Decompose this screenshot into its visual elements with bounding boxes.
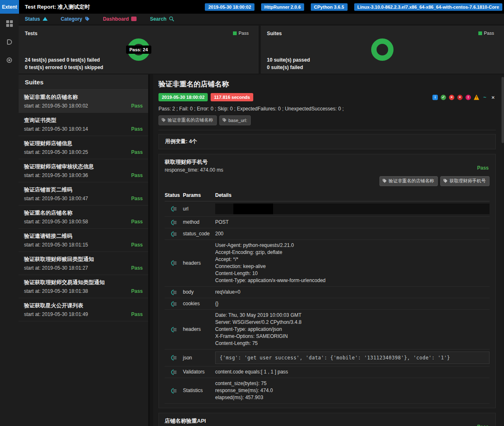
test-tags: 验证非重名的店铺名称 base_url: (158, 115, 496, 125)
step-response-time: response_time: 474.00 ms (165, 167, 490, 173)
table-row: Validators content.code equals:[ 1 , 1 ]… (165, 366, 490, 378)
tag-icon (85, 17, 90, 22)
topbar-badges: 2019-05-30 18:00:02 HttpRunner 2.0.6 CPy… (205, 3, 504, 11)
step-name[interactable]: 获取理财师手机号 (165, 158, 490, 166)
param-details: Date: Thu, 30 May 2019 10:00:03 GMTServe… (215, 312, 490, 347)
search-icon (169, 16, 174, 22)
detail-text: content_size(bytes): 75 (215, 380, 490, 387)
log-status-cell (165, 301, 183, 307)
report-datetime-badge: 2019-05-30 18:00:02 (205, 3, 254, 11)
suite-status-badge: Pass (131, 172, 143, 178)
detail-text: {} (215, 300, 490, 307)
close-icon[interactable]: × (490, 95, 496, 100)
tag-icon (161, 118, 166, 122)
nav-category[interactable]: Category (61, 16, 90, 22)
case-variables-box: 用例变量: 4个 (158, 134, 496, 149)
suite-start-time: start at: 2019-05-30 18:00:36 (24, 172, 88, 178)
step-status-badge: Pass (477, 424, 489, 426)
suite-list-item[interactable]: 验证获取星火公开课列表 start at: 2019-05-30 18:01:4… (19, 298, 148, 321)
log-status-cell (165, 231, 183, 237)
fail-filter-icon[interactable]: × (449, 95, 454, 100)
suite-name: 验证理财师店铺信息 (24, 140, 143, 147)
tag-chip[interactable]: 验证非重名的店铺名称 (379, 176, 438, 186)
suite-status-badge: Pass (131, 219, 143, 225)
table-row: body reqValue=0 (165, 287, 490, 298)
param-name: cookies (183, 300, 215, 307)
suite-start-time: start at: 2019-05-30 18:00:02 (24, 103, 88, 109)
suite-list-item[interactable]: 验证理财师店铺审核状态信息 start at: 2019-05-30 18:00… (19, 159, 148, 182)
suite-list-item[interactable]: 验证重名的店铺名称 start at: 2019-05-30 18:00:58 … (19, 206, 148, 229)
suite-list-item[interactable]: 验证获取理财师赎回类型通知 start at: 2019-05-30 18:01… (19, 252, 148, 275)
suite-status-badge: Pass (131, 126, 143, 132)
detail-text: Date: Thu, 30 May 2019 10:00:03 GMT (215, 312, 490, 319)
detail-text: Content-Type: application/json (215, 326, 490, 333)
legend-pass-swatch (233, 31, 237, 35)
tests-legend[interactable]: Pass (233, 31, 249, 36)
extent-logo[interactable]: Extent (0, 0, 19, 14)
suite-list-item[interactable]: 查询证书类型 start at: 2019-05-30 18:00:14 Pas… (19, 113, 148, 136)
nav-category-label: Category (61, 16, 82, 22)
fatal-filter-icon[interactable]: × (457, 95, 463, 100)
error-filter-icon[interactable]: ! (466, 95, 471, 100)
tag-chip[interactable]: 验证非重名的店铺名称 (158, 115, 217, 125)
dashboard-rail-icon[interactable] (6, 38, 13, 45)
badge-row: 2019-05-30 18:00:02 117.816 seconds i✓××… (158, 93, 496, 101)
suite-list-item[interactable]: 验证非重名的店铺名称 start at: 2019-05-30 18:00:02… (19, 90, 148, 113)
tests-grid-icon[interactable] (6, 20, 13, 27)
suite-name: 验证获取理财师赎回类型通知 (24, 256, 143, 263)
suite-start-time: start at: 2019-05-30 18:01:38 (24, 288, 88, 294)
suite-status-badge: Pass (131, 242, 143, 248)
tag-chip[interactable]: 获取理财师手机号 (440, 176, 490, 186)
log-status-cell (165, 369, 183, 375)
status-triangle-icon (43, 17, 48, 21)
tag-chip[interactable]: base_url: (219, 115, 251, 125)
log-status-cell (165, 327, 183, 333)
skip-filter-icon[interactable]: ~ (482, 95, 487, 100)
legend-pass-label: Pass (239, 31, 249, 36)
nav-search[interactable]: Search (150, 16, 174, 22)
legend-pass-swatch (478, 31, 482, 35)
suites-donut-chart[interactable] (371, 38, 394, 61)
tag-icon (443, 179, 448, 183)
scrollbar-thumb[interactable] (502, 77, 504, 143)
param-details: {'msg': 'get user success', 'data': {'mo… (215, 352, 490, 364)
nav-search-label: Search (150, 16, 166, 22)
step-box: 获取理财师手机号 response_time: 474.00 ms Pass 验… (158, 154, 496, 408)
dashboard-chart-icon (131, 17, 137, 21)
step-box: 店铺名称验重API response_time: 5036.72 ms Pass (158, 413, 496, 426)
suite-start-time: start at: 2019-05-30 18:00:58 (24, 219, 88, 225)
detail-text: POST (215, 219, 490, 226)
redacted-url-area (215, 203, 490, 214)
nav-dashboard[interactable]: Dashboard (103, 16, 137, 22)
step-name[interactable]: 店铺名称验重API (165, 417, 490, 425)
tag-icon (382, 179, 387, 183)
param-details: reqValue=0 (215, 289, 490, 296)
param-name: Statistics (183, 387, 215, 394)
warning-filter-icon[interactable]: ! (474, 95, 479, 100)
suite-list-item[interactable]: 验证获取理财师交易通知类型通知 start at: 2019-05-30 18:… (19, 275, 148, 298)
httprunner-version-badge: HttpRunner 2.0.6 (261, 3, 304, 11)
test-detail-panel: 验证非重名的店铺名称 2019-05-30 18:00:02 117.816 s… (153, 74, 502, 426)
suite-name: 验证理财师店铺审核状态信息 (24, 163, 143, 170)
table-row: headers Date: Thu, 30 May 2019 10:00:03 … (165, 310, 490, 349)
pass-filter-icon[interactable]: ✓ (441, 95, 446, 100)
suite-start-time: start at: 2019-05-30 18:00:25 (24, 149, 88, 155)
log-status-cell (165, 290, 183, 295)
suites-card: Suites Pass 10 suite(s) passed 0 suite(s… (261, 26, 504, 74)
detail-text: Accept-Encoding: gzip, deflate (215, 249, 490, 256)
nav-status-label: Status (25, 16, 40, 22)
suite-list-item[interactable]: 验证店铺首页二维码 start at: 2019-05-30 18:00:47 … (19, 182, 148, 206)
info-filter-icon[interactable]: i (432, 95, 438, 100)
suite-list-item[interactable]: 验证理财师店铺信息 start at: 2019-05-30 18:00:25 … (19, 136, 148, 159)
tests-card: Tests Pass Pass: 24 24 test(s) passed 0 … (19, 26, 259, 74)
settings-rail-icon[interactable] (6, 57, 13, 63)
nav-dashboard-label: Dashboard (103, 16, 129, 22)
suite-start-time: start at: 2019-05-30 18:00:14 (24, 126, 88, 132)
suite-list-item[interactable]: 验证邀请链接二维码 start at: 2019-05-30 18:01:15 … (19, 229, 148, 252)
start-time-badge: 2019-05-30 18:00:02 (158, 93, 208, 101)
detail-text: Accept: */* (215, 256, 490, 263)
suites-legend[interactable]: Pass (478, 31, 494, 36)
report-title: Test Report: 准入测试定时 (25, 3, 90, 11)
nav-status[interactable]: Status (25, 16, 48, 22)
platform-badge: Linux-3.10.0-862.2.3.el7.x86_64-x86_64-w… (354, 3, 502, 11)
